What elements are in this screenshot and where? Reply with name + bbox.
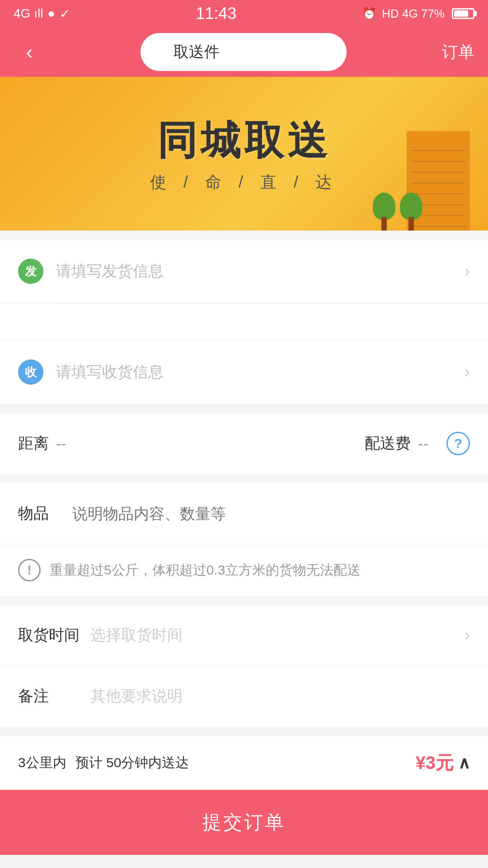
delivery-range: 3公里内 — [18, 754, 66, 772]
alarm-icon: ⏰ — [362, 7, 376, 21]
status-left: 4G ıll ● ✓ — [14, 6, 70, 21]
goods-input[interactable] — [72, 505, 470, 523]
pickup-time-label: 取货时间 — [18, 625, 90, 646]
tab-purchase[interactable]: 代购 — [251, 34, 345, 70]
tree-icon-2 — [398, 194, 425, 231]
submit-button[interactable]: 提交订单 — [0, 790, 488, 855]
help-button[interactable]: ? — [446, 432, 470, 455]
nav-bar: ‹ 取送件 代购 订单 — [0, 27, 488, 77]
distance-section: 距离 -- 配送费 -- ? — [0, 413, 488, 474]
note-placeholder: 其他要求说明 — [90, 686, 470, 707]
sender-detail-area — [0, 304, 488, 340]
sender-badge: 发 — [18, 259, 43, 284]
footer-info: 3公里内 预计 50分钟内送达 ¥3元 ∧ — [0, 736, 488, 790]
nav-tabs: 取送件 代购 — [141, 33, 347, 71]
back-button[interactable]: ‹ — [14, 36, 45, 68]
distance-item: 距离 -- — [18, 433, 66, 454]
banner-subtitle: 使 / 命 / 直 / 达 — [150, 171, 338, 193]
note-row[interactable]: 备注 其他要求说明 — [0, 666, 488, 726]
goods-section: 物品 ! 重量超过5公斤，体积超过0.3立方米的货物无法配送 — [0, 483, 488, 596]
signal-text: 4G ıll — [14, 6, 43, 21]
distance-label: 距离 — [18, 433, 49, 454]
pickup-time-row[interactable]: 取货时间 选择取货时间 › — [0, 605, 488, 666]
indicators-text: HD 4G 77% — [382, 7, 445, 21]
sender-chevron-icon: › — [465, 262, 470, 281]
banner: 同城取送 使 / 命 / 直 / 达 — [0, 77, 488, 231]
receiver-row[interactable]: 收 请填写收货信息 › — [0, 340, 488, 404]
address-section: 发 请填写发货信息 › 收 请填写收货信息 › — [0, 240, 488, 404]
delivery-fee-item: 配送费 -- — [365, 433, 428, 454]
status-time: 11:43 — [196, 4, 236, 23]
banner-decoration — [380, 104, 470, 231]
receiver-chevron-icon: › — [465, 363, 470, 382]
delivery-fee-label: 配送费 — [365, 433, 411, 454]
footer-price: ¥3元 ∧ — [416, 750, 470, 775]
price-expand-icon[interactable]: ∧ — [458, 754, 470, 773]
pickup-time-placeholder: 选择取货时间 — [90, 625, 465, 646]
spacer-1 — [0, 231, 488, 240]
back-icon: ‹ — [26, 41, 33, 63]
receiver-placeholder: 请填写收货信息 — [56, 362, 465, 382]
tab-pickup-delivery[interactable]: 取送件 — [142, 34, 251, 70]
goods-label: 物品 — [18, 503, 72, 524]
goods-row[interactable]: 物品 — [0, 483, 488, 544]
banner-content: 同城取送 使 / 命 / 直 / 达 — [150, 114, 338, 193]
pickup-time-chevron-icon: › — [465, 626, 470, 645]
banner-title: 同城取送 — [150, 114, 338, 168]
warning-text: 重量超过5公斤，体积超过0.3立方米的货物无法配送 — [50, 561, 361, 580]
delivery-fee-value: -- — [418, 435, 428, 453]
status-right: ⏰ HD 4G 77% — [362, 7, 474, 21]
delivery-time: 预计 50分钟内送达 — [75, 754, 189, 772]
sender-row[interactable]: 发 请填写发货信息 › — [0, 240, 488, 303]
distance-value: -- — [56, 435, 66, 453]
orders-link[interactable]: 订单 — [442, 41, 474, 63]
warning-row: ! 重量超过5公斤，体积超过0.3立方米的货物无法配送 — [0, 544, 488, 596]
receiver-badge: 收 — [18, 359, 43, 385]
options-section: 取货时间 选择取货时间 › 备注 其他要求说明 — [0, 605, 488, 726]
note-label: 备注 — [18, 686, 90, 707]
message-icon: ● — [47, 6, 55, 21]
price-value: ¥3元 — [416, 750, 454, 775]
shield-icon: ✓ — [60, 6, 70, 21]
warning-icon: ! — [18, 559, 41, 581]
status-bar: 4G ıll ● ✓ 11:43 ⏰ HD 4G 77% — [0, 0, 488, 27]
battery-icon — [452, 8, 474, 19]
sender-placeholder: 请填写发货信息 — [56, 261, 465, 282]
tree-icon-1 — [371, 194, 398, 231]
